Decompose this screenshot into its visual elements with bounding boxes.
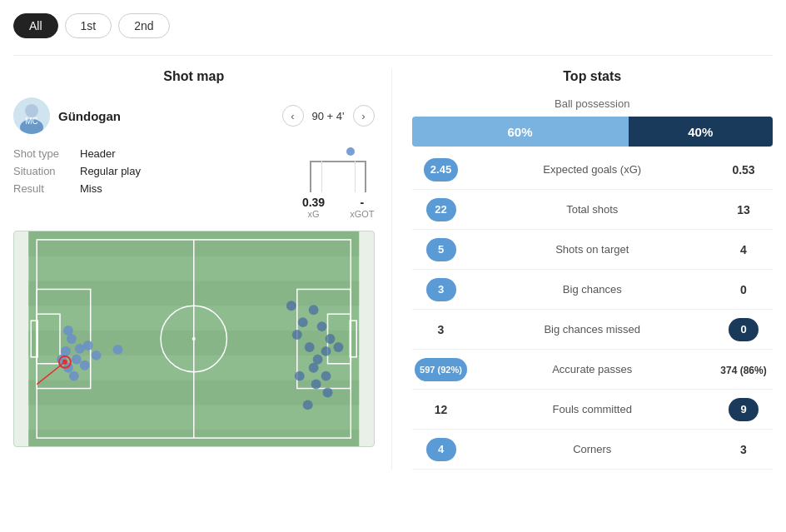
svg-point-41 bbox=[305, 342, 315, 352]
svg-point-43 bbox=[321, 346, 331, 356]
player-time: 90 + 4' bbox=[312, 110, 345, 122]
result-label: Result bbox=[13, 182, 80, 195]
situation-row: Situation Regular play bbox=[13, 165, 294, 177]
stat-away-corners: 3 bbox=[714, 443, 773, 456]
stat-away-accurate-passes: 374 (86%) bbox=[714, 363, 773, 376]
shot-type-label: Shot type bbox=[13, 147, 80, 160]
svg-point-50 bbox=[303, 400, 313, 410]
top-stats-panel: Top stats Ball possession 60% 40% 2.45 E… bbox=[392, 69, 774, 470]
stat-home-shots-target: 5 bbox=[412, 238, 470, 261]
situation-value: Regular play bbox=[80, 165, 141, 177]
stat-home-big-chances-missed: 3 bbox=[412, 323, 470, 336]
svg-point-47 bbox=[311, 380, 321, 390]
pitch bbox=[13, 231, 375, 447]
stat-row-big-chances-missed: 3 Big chances missed 0 bbox=[412, 310, 774, 350]
stats-list: 2.45 Expected goals (xG) 0.53 22 Total s… bbox=[412, 150, 774, 470]
svg-point-39 bbox=[317, 321, 327, 331]
svg-point-49 bbox=[295, 371, 305, 381]
svg-point-48 bbox=[323, 388, 333, 398]
stat-home-corners: 4 bbox=[412, 438, 470, 461]
stat-row-corners: 4 Corners 3 bbox=[412, 430, 774, 470]
stat-row-accurate-passes: 597 (92%) Accurate passes 374 (86%) bbox=[412, 350, 774, 390]
shot-type-row: Shot type Header bbox=[13, 147, 294, 160]
svg-point-30 bbox=[92, 351, 102, 360]
situation-label: Situation bbox=[13, 165, 80, 177]
svg-point-1 bbox=[25, 104, 38, 117]
player-row: MC Gündogan ‹ 90 + 4' › bbox=[13, 97, 375, 134]
player-name: Gündogan bbox=[58, 109, 274, 123]
stat-away-total-shots: 13 bbox=[714, 203, 773, 216]
tab-2nd[interactable]: 2nd bbox=[118, 13, 169, 38]
stat-away-fouls: 9 bbox=[714, 398, 773, 421]
stat-label-big-chances-missed: Big chances missed bbox=[470, 323, 715, 336]
shot-map-panel: Shot map MC Gündogan ‹ 90 + 4' › bbox=[13, 69, 392, 470]
result-row: Result Miss bbox=[13, 182, 294, 195]
possession-section: Ball possession 60% 40% bbox=[412, 97, 774, 147]
xg-label: xG bbox=[308, 209, 320, 219]
svg-point-35 bbox=[286, 301, 296, 311]
stat-row-total-shots: 22 Total shots 13 bbox=[412, 190, 774, 230]
svg-point-36 bbox=[298, 317, 308, 327]
xg-value: 0.39 bbox=[302, 196, 325, 209]
stat-label-shots-target: Shots on target bbox=[470, 243, 715, 256]
stat-home-xg: 2.45 bbox=[412, 158, 470, 181]
svg-point-37 bbox=[309, 305, 319, 315]
stat-away-big-chances-missed: 0 bbox=[714, 318, 773, 341]
period-tabs: All 1st 2nd bbox=[13, 13, 773, 38]
possession-home: 60% bbox=[412, 117, 629, 147]
stat-away-xg: 0.53 bbox=[714, 163, 773, 177]
stat-home-fouls: 12 bbox=[412, 403, 470, 416]
tab-1st[interactable]: 1st bbox=[65, 13, 112, 38]
xgot-value: - bbox=[360, 196, 364, 209]
shot-map-title: Shot map bbox=[13, 69, 375, 84]
prev-player-button[interactable]: ‹ bbox=[282, 105, 304, 127]
svg-point-31 bbox=[113, 345, 123, 355]
shot-details: Shot type Header Situation Regular play … bbox=[13, 147, 294, 200]
result-value: Miss bbox=[80, 182, 102, 195]
stat-home-big-chances: 3 bbox=[412, 278, 470, 301]
shot-type-value: Header bbox=[80, 147, 116, 160]
stat-label-xg: Expected goals (xG) bbox=[470, 163, 715, 176]
svg-point-26 bbox=[69, 371, 79, 381]
svg-point-22 bbox=[72, 355, 82, 365]
possession-away: 40% bbox=[629, 117, 773, 147]
stat-label-accurate-passes: Accurate passes bbox=[470, 363, 715, 375]
stat-row-shots-target: 5 Shots on target 4 bbox=[412, 230, 774, 270]
svg-text:MC: MC bbox=[25, 117, 38, 126]
stat-label-total-shots: Total shots bbox=[470, 203, 715, 216]
xgot-label: xGOT bbox=[350, 209, 374, 219]
stat-home-total-shots: 22 bbox=[412, 198, 470, 221]
avatar: MC bbox=[13, 97, 50, 134]
stat-label-big-chances: Big chances bbox=[470, 283, 715, 296]
possession-bar: 60% 40% bbox=[412, 117, 774, 147]
svg-point-46 bbox=[321, 371, 331, 381]
svg-point-44 bbox=[333, 342, 343, 352]
stat-row-xg: 2.45 Expected goals (xG) 0.53 bbox=[412, 150, 774, 190]
svg-point-25 bbox=[83, 341, 93, 351]
svg-point-40 bbox=[326, 334, 336, 344]
svg-point-45 bbox=[309, 363, 319, 373]
svg-point-38 bbox=[292, 330, 302, 340]
stat-row-fouls: 12 Fouls committed 9 bbox=[412, 390, 774, 430]
stat-home-accurate-passes: 597 (92%) bbox=[412, 358, 470, 381]
stat-away-big-chances: 0 bbox=[714, 283, 773, 296]
shot-diagram: 0.39 xG - xGOT bbox=[302, 147, 375, 219]
stat-row-big-chances: 3 Big chances 0 bbox=[412, 270, 774, 310]
stat-label-fouls: Fouls committed bbox=[470, 403, 715, 415]
tab-all[interactable]: All bbox=[13, 13, 58, 38]
svg-point-28 bbox=[80, 360, 90, 370]
xg-values: 0.39 xG - xGOT bbox=[302, 196, 375, 219]
top-stats-title: Top stats bbox=[412, 69, 774, 84]
possession-label: Ball possession bbox=[412, 97, 774, 110]
stat-label-corners: Corners bbox=[470, 443, 715, 455]
svg-point-29 bbox=[63, 326, 73, 336]
stat-away-shots-target: 4 bbox=[714, 243, 773, 256]
svg-point-13 bbox=[192, 337, 196, 341]
next-player-button[interactable]: › bbox=[353, 105, 375, 127]
